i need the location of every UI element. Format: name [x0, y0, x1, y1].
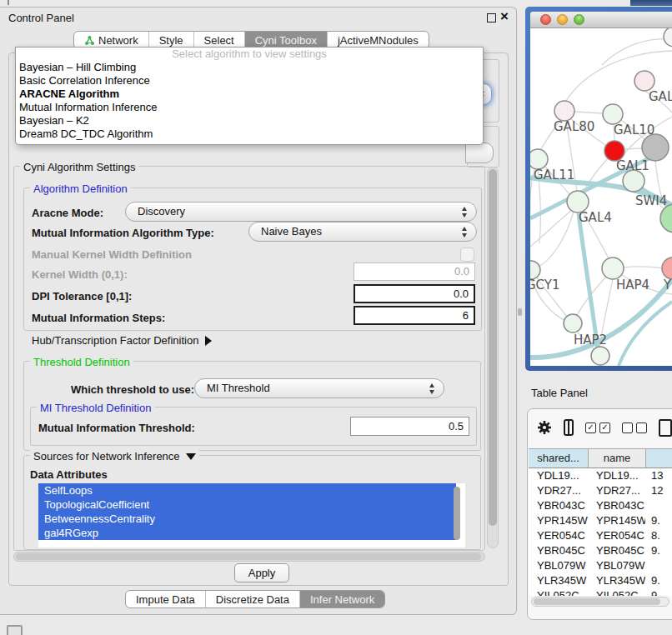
table-panel-title: Table Panel — [531, 387, 588, 399]
node-gal11[interactable] — [530, 149, 548, 169]
svg-text:HAP4: HAP4 — [616, 278, 649, 292]
tab-cyni-toolbox[interactable]: Cyni Toolbox — [244, 32, 327, 48]
algorithm-popup-prompt: Select algorithm to view settings — [16, 48, 483, 61]
column-header-shared-name[interactable]: shared... — [529, 449, 588, 468]
algorithm-option-bayesian-k2[interactable]: Bayesian – K2 — [16, 114, 483, 128]
node-bottom[interactable] — [591, 347, 609, 365]
table-body: YDL19... YDL19... 13 YDR27... YDR27... 1… — [529, 468, 672, 596]
table-row[interactable]: YLR345W YLR345W 9. — [529, 573, 672, 588]
column-header-name[interactable]: name — [588, 449, 645, 468]
table-row[interactable]: YBR045C YBR045C 9. — [529, 543, 672, 558]
settings-vertical-scrollbar[interactable] — [487, 167, 499, 548]
manual-kernel-checkbox — [460, 248, 474, 262]
table-header-row: shared... name — [529, 449, 672, 468]
cyni-algorithm-settings-title: Cyni Algorithm Settings — [20, 161, 138, 173]
top-edge-tick — [8, 0, 9, 5]
dpi-tolerance-field[interactable]: 0.0 — [354, 284, 475, 303]
algorithm-option-aracne[interactable]: ARACNE Algorithm — [16, 88, 483, 101]
sources-expander[interactable]: Sources for Network Inference — [30, 450, 199, 462]
svg-text:Y: Y — [663, 278, 672, 292]
list-item-selfloops[interactable]: SelfLoops — [38, 483, 456, 498]
document-icon[interactable] — [659, 419, 672, 437]
tab-discretize-data[interactable]: Discretize Data — [205, 591, 299, 608]
table-row[interactable]: YDR27... YDR27... 12 — [529, 483, 672, 498]
table-row[interactable]: YBR043C YBR043C — [529, 498, 672, 513]
algorithm-option-bayesian-hill-climbing[interactable]: Bayesian – Hill Climbing — [16, 61, 483, 74]
tab-select[interactable]: Select — [193, 32, 244, 48]
spinner-arrows-icon — [462, 207, 467, 218]
settings-horizontal-scrollbar[interactable] — [13, 552, 485, 562]
network-canvas[interactable]: GAL GAL80 GAL10 GAL1 GAL11 SWI4 GAL4 GCY… — [530, 28, 672, 366]
mi-steps-field[interactable]: 6 — [354, 306, 475, 325]
node-salmon[interactable] — [662, 258, 672, 279]
algorithm-option-dream8[interactable]: Dream8 DC_TDC Algorithm — [16, 128, 483, 141]
panel-divider-handle[interactable] — [518, 308, 522, 316]
close-traffic-light-icon[interactable] — [540, 14, 551, 25]
node-gal80[interactable] — [554, 101, 574, 121]
kernel-width-field: 0.0 — [354, 262, 475, 281]
sources-title: Sources for Network Inference — [33, 450, 180, 462]
spinner-arrows-icon — [462, 227, 467, 238]
aracne-mode-label: Aracne Mode: — [32, 207, 103, 219]
node-gal-top[interactable] — [634, 71, 654, 91]
hub-definition-expander[interactable]: Hub/Transcription Factor Definition — [32, 334, 212, 347]
node-gcy1[interactable] — [530, 261, 540, 279]
float-window-icon[interactable] — [487, 13, 496, 22]
mi-type-combo[interactable]: Naive Bayes — [248, 222, 477, 242]
data-attributes-label: Data Attributes — [30, 468, 108, 481]
node-hap2[interactable] — [564, 314, 582, 332]
table-row[interactable]: YDL19... YDL19... 13 — [529, 468, 672, 483]
mi-threshold-field[interactable]: 0.5 — [350, 417, 469, 436]
list-item-topologicalcoefficient[interactable]: TopologicalCoefficient — [38, 498, 456, 512]
which-threshold-value: MI Threshold — [195, 379, 444, 398]
network-window-titlebar[interactable] — [530, 12, 672, 28]
algorithm-option-basic-correlation[interactable]: Basic Correlation Inference — [16, 74, 483, 88]
settings-horizontal-scrollbar-thumb[interactable] — [16, 553, 481, 560]
node[interactable] — [664, 28, 672, 47]
mi-threshold-label: Mutual Information Threshold: — [38, 422, 195, 434]
mi-threshold-group-title: MI Threshold Definition — [37, 402, 154, 414]
node-hap4[interactable] — [602, 258, 624, 279]
dpi-tolerance-label: DPI Tolerance [0,1]: — [32, 290, 132, 302]
list-item-gal4rgexp[interactable]: gal4RGexp — [38, 526, 456, 540]
table-row[interactable]: YER054C YER054C 8. — [529, 528, 672, 543]
minimize-traffic-light-icon[interactable] — [557, 14, 568, 25]
apply-button[interactable]: Apply — [234, 563, 289, 582]
list-item-betweennesscentrality[interactable]: BetweennessCentrality — [38, 512, 456, 526]
table-toolbar: ✓✓ — [537, 418, 672, 438]
attributes-list-scrollbar-thumb[interactable] — [454, 487, 460, 540]
node-big-green[interactable] — [660, 204, 672, 232]
svg-text:GAL: GAL — [649, 89, 672, 104]
table-row[interactable]: YIL052C YIL052C 9 — [529, 588, 672, 596]
close-window-icon[interactable]: × — [500, 8, 509, 25]
algorithm-option-mutual-information[interactable]: Mutual Information Inference — [16, 101, 483, 114]
svg-text:SWI4: SWI4 — [635, 193, 667, 208]
deselect-columns-icon[interactable] — [622, 422, 647, 433]
svg-text:GAL4: GAL4 — [579, 210, 612, 225]
tab-jactivemnodules[interactable]: jActiveMNodules — [327, 32, 429, 48]
node-gray[interactable] — [642, 134, 669, 161]
screen: Control Panel × Network Style — [0, 0, 672, 635]
network-icon — [84, 35, 95, 46]
algorithm-dropdown-popup: Select algorithm to view settings Bayesi… — [15, 47, 484, 145]
aracne-mode-combo[interactable]: Discovery — [125, 202, 477, 222]
minimized-window-icon[interactable] — [7, 625, 23, 635]
tab-impute-data[interactable]: Impute Data — [126, 591, 205, 608]
tab-infer-network[interactable]: Infer Network — [299, 591, 384, 608]
zoom-traffic-light-icon[interactable] — [574, 14, 584, 25]
table-row[interactable]: YPR145W YPR145W 9. — [529, 513, 672, 528]
tab-style[interactable]: Style — [148, 32, 193, 48]
settings-vertical-scrollbar-thumb[interactable] — [489, 169, 497, 526]
gear-icon[interactable] — [537, 420, 552, 435]
column-layout-icon[interactable] — [564, 419, 574, 436]
table-horizontal-scrollbar-thumb[interactable] — [534, 598, 660, 605]
network-node-labels: GAL GAL80 GAL10 GAL1 GAL11 SWI4 GAL4 GCY… — [530, 89, 672, 348]
select-all-columns-icon[interactable]: ✓✓ — [585, 422, 610, 433]
svg-text:HAP2: HAP2 — [574, 332, 607, 348]
tab-network[interactable]: Network — [74, 32, 148, 48]
which-threshold-combo[interactable]: MI Threshold — [194, 378, 444, 398]
table-horizontal-scrollbar[interactable] — [531, 597, 669, 607]
column-header-cut[interactable] — [645, 449, 672, 468]
node-gal10[interactable] — [603, 104, 623, 124]
table-row[interactable]: YBL079W YBL079W — [529, 558, 672, 573]
